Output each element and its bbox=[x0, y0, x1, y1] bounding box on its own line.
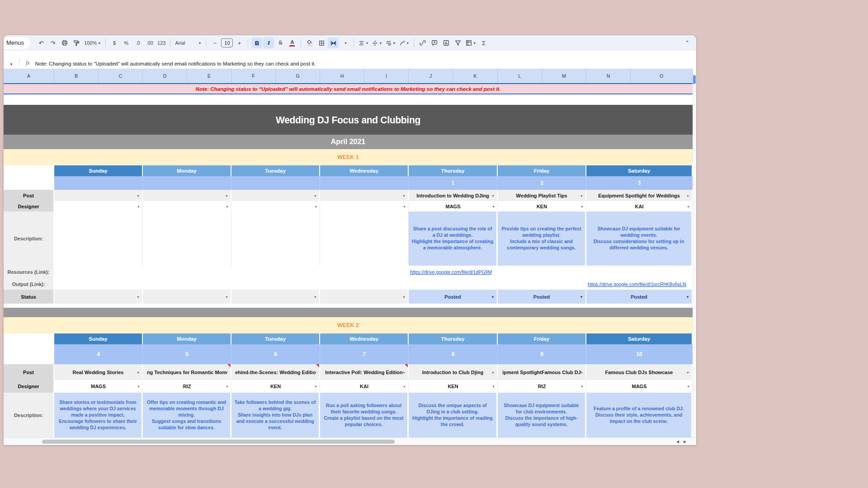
column-header-B[interactable]: B bbox=[54, 69, 99, 83]
column-header-M[interactable]: M bbox=[542, 69, 586, 83]
horizontal-scrollbar-thumb[interactable] bbox=[42, 440, 395, 444]
blank-row[interactable] bbox=[4, 94, 693, 105]
column-header-K[interactable]: K bbox=[453, 69, 498, 83]
designer-cell[interactable]: ▼ bbox=[231, 201, 320, 211]
designer-cell[interactable]: RIZ▼ bbox=[498, 380, 586, 393]
column-header-C[interactable]: C bbox=[99, 69, 143, 83]
dropdown-caret-icon[interactable]: ▼ bbox=[314, 194, 317, 197]
designer-cell[interactable]: ▼ bbox=[143, 201, 231, 211]
day-header-friday[interactable]: Friday bbox=[498, 333, 586, 344]
column-header-A[interactable]: A bbox=[4, 69, 54, 83]
title-band[interactable]: Wedding DJ Focus and Clubbing bbox=[4, 105, 693, 135]
dropdown-caret-icon[interactable]: ▼ bbox=[225, 371, 228, 374]
column-header-J[interactable]: J bbox=[409, 69, 453, 83]
status-cell[interactable]: ▼ bbox=[320, 290, 409, 304]
paint-format-icon[interactable] bbox=[71, 38, 82, 48]
resource-link[interactable]: https://drive.google.com/file/d/1dPG9M bbox=[410, 269, 492, 275]
status-cell[interactable]: Posted▼ bbox=[586, 290, 693, 304]
redo-icon[interactable]: ↷ bbox=[47, 38, 58, 48]
date-cell[interactable] bbox=[143, 176, 231, 190]
description-cell[interactable]: Discuss the unique aspects of DJing in a… bbox=[409, 393, 498, 438]
decrease-decimal-icon[interactable]: .0 bbox=[132, 38, 143, 48]
date-cell[interactable] bbox=[320, 176, 409, 190]
designer-cell[interactable]: ▼ bbox=[54, 201, 143, 211]
status-cell[interactable]: Posted▼ bbox=[409, 290, 498, 304]
post-cell[interactable]: Introduction to Wedding DJing▼ bbox=[409, 190, 498, 201]
day-header-friday[interactable]: Friday bbox=[498, 165, 586, 176]
font-size-input[interactable]: 10 bbox=[221, 38, 233, 47]
day-header-wednesday[interactable]: Wednesday bbox=[320, 165, 409, 176]
fill-color-icon[interactable] bbox=[304, 38, 315, 48]
dropdown-caret-icon[interactable]: ▼ bbox=[314, 295, 317, 298]
dropdown-caret-icon[interactable]: ▼ bbox=[314, 205, 317, 208]
status-cell[interactable]: ▼ bbox=[231, 290, 320, 304]
post-cell[interactable]: Equipment Spotlight for Weddings▼ bbox=[586, 190, 693, 201]
month-band[interactable]: April 2021 bbox=[4, 135, 693, 149]
insert-chart-icon[interactable] bbox=[441, 38, 452, 48]
percent-format-icon[interactable]: % bbox=[121, 38, 132, 48]
dropdown-caret-icon[interactable]: ▼ bbox=[402, 194, 406, 197]
post-cell[interactable]: ▼ bbox=[231, 190, 320, 201]
day-header-tuesday[interactable]: Tuesday bbox=[231, 165, 320, 176]
column-header-G[interactable]: G bbox=[276, 69, 320, 83]
column-header-O[interactable]: O bbox=[631, 69, 693, 83]
date-cell[interactable]: 6 bbox=[231, 344, 320, 364]
day-header-monday[interactable]: Monday bbox=[143, 165, 231, 176]
post-cell[interactable]: ▼ bbox=[54, 190, 143, 201]
post-cell[interactable]: Introduction to Club Djing▼ bbox=[409, 364, 498, 380]
formula-input[interactable]: Note: Changing status to "Uploaded" will… bbox=[35, 61, 316, 66]
date-cell[interactable]: 4 bbox=[54, 344, 143, 364]
column-header-D[interactable]: D bbox=[143, 69, 187, 83]
zoom-select[interactable]: 100%▼ bbox=[83, 38, 102, 48]
dropdown-caret-icon[interactable]: ▼ bbox=[687, 205, 690, 208]
post-cell[interactable]: ehind-the-Scenes: Wedding Editio▼ bbox=[231, 364, 320, 380]
horizontal-scrollbar[interactable]: ◀ ▶ bbox=[4, 437, 696, 445]
dropdown-caret-icon[interactable]: ▼ bbox=[580, 385, 584, 388]
scroll-right-icon[interactable]: ▶ bbox=[682, 439, 688, 445]
description-cell[interactable] bbox=[54, 211, 143, 266]
date-cell[interactable]: 1 bbox=[409, 176, 498, 190]
print-icon[interactable] bbox=[59, 38, 70, 48]
dropdown-caret-icon[interactable]: ▼ bbox=[402, 371, 406, 374]
dropdown-caret-icon[interactable]: ▼ bbox=[580, 371, 583, 374]
increase-font-size-icon[interactable]: + bbox=[234, 38, 245, 48]
designer-cell[interactable]: KEN▼ bbox=[498, 201, 586, 211]
dropdown-caret-icon[interactable]: ▼ bbox=[687, 385, 690, 388]
merge-cells-icon[interactable] bbox=[328, 38, 339, 48]
designer-cell[interactable]: MAGS▼ bbox=[586, 380, 693, 393]
dropdown-caret-icon[interactable]: ▼ bbox=[403, 385, 406, 388]
date-cell[interactable]: 5 bbox=[143, 344, 231, 364]
note-row[interactable]: Note: Changing status to “Uploaded” will… bbox=[4, 84, 693, 94]
designer-cell[interactable]: RIZ▼ bbox=[143, 380, 231, 393]
description-cell[interactable]: Showcase DJ equipment suitable for weddi… bbox=[586, 211, 693, 266]
column-header-I[interactable]: I bbox=[364, 69, 409, 83]
insert-link-icon[interactable] bbox=[417, 38, 428, 48]
column-header-F[interactable]: F bbox=[231, 69, 276, 83]
text-rotation-icon[interactable]: ▼ bbox=[398, 38, 410, 48]
description-cell[interactable] bbox=[320, 211, 409, 266]
collapse-toolbar-icon[interactable]: ⌃ bbox=[682, 38, 693, 48]
dropdown-caret-icon[interactable]: ▼ bbox=[225, 295, 228, 298]
date-cell[interactable]: 3 bbox=[586, 176, 693, 190]
dropdown-caret-icon[interactable]: ▼ bbox=[137, 295, 140, 298]
dropdown-caret-icon[interactable]: ▼ bbox=[137, 371, 140, 374]
post-cell[interactable]: Real Wedding Stories▼ bbox=[54, 364, 143, 380]
post-cell[interactable]: Interactive Poll: Wedding Edition▼ bbox=[320, 364, 409, 380]
description-cell[interactable]: Feature a profile of a renowned club DJ.… bbox=[586, 393, 693, 438]
day-header-wednesday[interactable]: Wednesday bbox=[320, 333, 409, 344]
name-box-caret-icon[interactable]: ▼ bbox=[4, 62, 19, 66]
dropdown-caret-icon[interactable]: ▼ bbox=[686, 194, 689, 197]
post-cell[interactable]: ▼ bbox=[320, 190, 409, 201]
vertical-scrollbar[interactable] bbox=[693, 69, 696, 437]
description-cell[interactable]: Share stories or testimonials from weddi… bbox=[54, 393, 143, 438]
dropdown-caret-icon[interactable]: ▼ bbox=[580, 194, 583, 197]
date-cell[interactable]: 2 bbox=[498, 176, 586, 190]
day-header-sunday[interactable]: Sunday bbox=[54, 165, 143, 176]
vertical-scrollbar-thumb[interactable] bbox=[693, 75, 696, 84]
dropdown-caret-icon[interactable]: ▼ bbox=[580, 295, 583, 299]
column-header-N[interactable]: N bbox=[586, 69, 631, 83]
dropdown-caret-icon[interactable]: ▼ bbox=[491, 194, 495, 197]
bold-icon[interactable]: B bbox=[251, 38, 262, 48]
designer-cell[interactable]: KAI▼ bbox=[586, 201, 693, 211]
italic-icon[interactable]: I bbox=[263, 38, 274, 48]
